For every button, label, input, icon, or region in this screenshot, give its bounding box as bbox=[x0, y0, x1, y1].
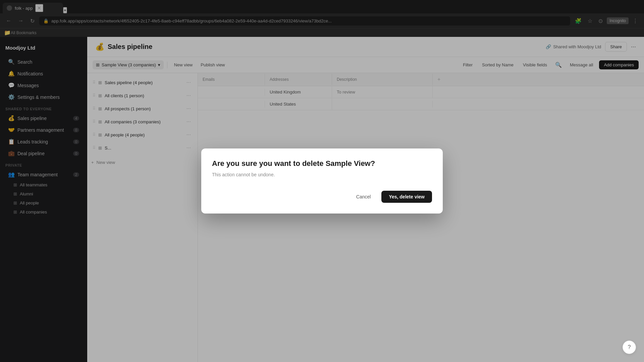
dialog-title: Are you sure you want to delete Sample V… bbox=[212, 159, 432, 168]
dialog-actions: Cancel Yes, delete view bbox=[212, 191, 432, 203]
dialog-subtitle: This action cannot be undone. bbox=[212, 172, 432, 177]
help-icon: ? bbox=[628, 344, 631, 350]
help-button[interactable]: ? bbox=[623, 341, 636, 354]
delete-dialog: Are you sure you want to delete Sample V… bbox=[201, 148, 443, 214]
cancel-button[interactable]: Cancel bbox=[350, 191, 378, 203]
modal-overlay[interactable]: Are you sure you want to delete Sample V… bbox=[0, 0, 644, 362]
confirm-delete-button[interactable]: Yes, delete view bbox=[381, 191, 432, 203]
